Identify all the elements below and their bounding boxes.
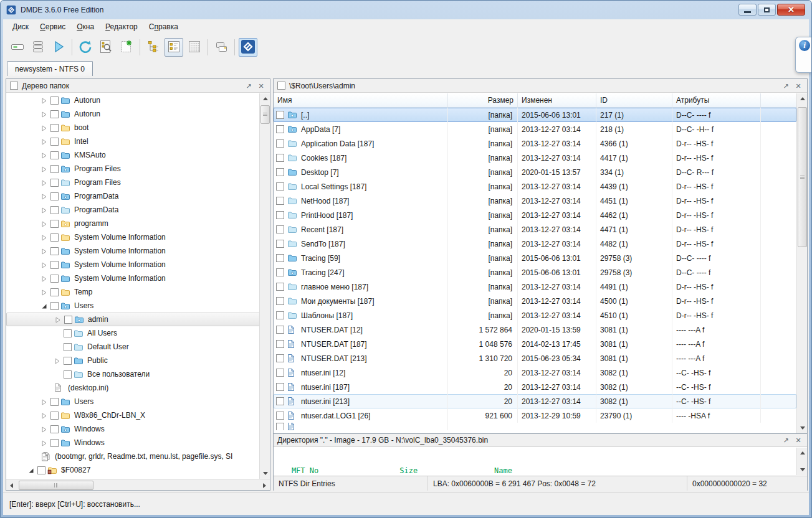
tree-item-checkbox[interactable]	[50, 97, 59, 105]
select-device-button[interactable]	[8, 38, 27, 57]
row-checkbox[interactable]	[276, 311, 284, 319]
tree-item-checkbox[interactable]	[50, 247, 59, 255]
scroll-down-button[interactable]	[797, 423, 808, 433]
row-checkbox[interactable]	[276, 326, 284, 334]
table-row[interactable]: [..][папка]2015-06-06 13:01217 (1)D--C- …	[274, 108, 796, 122]
table-row[interactable]: Local Settings [187][папка]2013-12-27 03…	[274, 179, 796, 194]
expand-icon[interactable]	[41, 275, 47, 281]
menu-окна[interactable]: Окна	[71, 21, 100, 33]
hex-panel-close-icon[interactable]: ✕	[793, 436, 803, 445]
file-list-view-button[interactable]	[165, 38, 183, 57]
close-button[interactable]: ✕	[777, 4, 805, 16]
file-panel-checkbox[interactable]	[277, 82, 285, 90]
expand-icon[interactable]	[41, 166, 47, 172]
expand-icon[interactable]	[41, 398, 47, 405]
table-row[interactable]: Desktop [7][папка]2020-01-15 13:57334 (1…	[274, 165, 796, 179]
table-row[interactable]: NetHood [187][папка]2013-12-27 03:144451…	[274, 194, 796, 208]
tree-item-checkbox[interactable]	[50, 179, 59, 187]
row-checkbox[interactable]	[276, 397, 284, 405]
row-checkbox[interactable]	[276, 154, 284, 162]
tree-item-checkbox[interactable]	[50, 165, 59, 173]
minimize-button[interactable]	[738, 4, 757, 16]
tree-item-intel[interactable]: Intel	[6, 134, 270, 148]
tree-vertical-scrollbar[interactable]	[259, 93, 270, 479]
expand-icon[interactable]	[41, 440, 47, 446]
table-row[interactable]: ntuser.ini [187]202013-12-27 03:143082 (…	[274, 380, 796, 394]
menu-редактор[interactable]: Редактор	[100, 21, 143, 33]
tree-item-autorun[interactable]: Autorun	[6, 93, 270, 107]
collapse-icon[interactable]	[41, 303, 47, 309]
tree-item-program-files[interactable]: Program Files	[6, 176, 270, 189]
tree-horizontal-scrollbar[interactable]	[6, 479, 270, 490]
scroll-thumb[interactable]	[19, 481, 93, 490]
table-row[interactable]: Cookies [187][папка]2013-12-27 03:144417…	[274, 151, 796, 165]
tree-item-checkbox[interactable]	[64, 370, 72, 379]
tree-item--desktop-ini-[interactable]: (desktop.ini)	[6, 381, 270, 395]
row-checkbox[interactable]	[276, 211, 284, 219]
tree-item-checkbox[interactable]	[50, 302, 59, 310]
tree-item-kmsauto[interactable]: KMSAuto	[6, 148, 270, 162]
expand-icon[interactable]	[41, 248, 47, 254]
tree-item-admin[interactable]: admin	[6, 313, 270, 326]
tree-item-checkbox[interactable]	[50, 439, 59, 447]
expand-icon[interactable]	[41, 220, 47, 227]
tree-item-programdata[interactable]: ProgramData	[6, 189, 270, 203]
column-name[interactable]: Имя	[274, 93, 448, 107]
row-checkbox[interactable]	[276, 354, 284, 362]
tree-item-default-user[interactable]: Default User	[6, 340, 270, 354]
tree-item-w8x86_chdr-lbn_x[interactable]: W8x86_ChDr-LBN_X	[6, 408, 270, 422]
expand-icon[interactable]	[41, 234, 47, 240]
menu-диск[interactable]: Диск	[7, 21, 34, 33]
tree-item-все-пользователи[interactable]: Все пользователи	[6, 367, 270, 381]
expand-icon[interactable]	[41, 179, 47, 186]
tree-item-checkbox[interactable]	[50, 124, 59, 132]
row-checkbox[interactable]	[276, 182, 284, 191]
tree-item-checkbox[interactable]	[50, 288, 59, 296]
row-checkbox[interactable]	[276, 111, 284, 119]
dmde-home-button[interactable]	[239, 38, 257, 57]
file-panel-close-icon[interactable]: ✕	[793, 82, 803, 90]
tree-item-windows[interactable]: Windows	[6, 422, 270, 436]
tree-item-checkbox[interactable]	[50, 425, 59, 433]
table-row[interactable]: ntuser.dat.LOG1 [26]921 6002013-12-29 10…	[274, 408, 796, 423]
table-row[interactable]: NTUSER.DAT [12]1 572 8642020-01-15 13:59…	[274, 323, 796, 337]
dir-entries-view[interactable]: MFT No Size Name LBA:6291467 ::40 лог.се…	[274, 448, 796, 475]
tree-panel-close-icon[interactable]: ✕	[256, 82, 266, 90]
tree-item-checkbox[interactable]	[64, 343, 72, 351]
new-scan-button[interactable]	[117, 38, 136, 57]
tree-item-system-volume-information[interactable]: System Volume Information	[6, 230, 270, 244]
folder-tree-view-button[interactable]	[144, 38, 163, 57]
expand-icon[interactable]	[41, 193, 47, 199]
expand-icon[interactable]	[41, 412, 47, 418]
info-flyout[interactable]: i	[795, 37, 811, 73]
expand-icon[interactable]	[41, 426, 47, 432]
tree-item-programdata[interactable]: ProgramData	[6, 203, 270, 217]
table-row[interactable]: ntuser.ini [12]202013-12-27 03:143082 (1…	[274, 365, 796, 380]
table-row[interactable]: Шаблоны [187][папка]2013-12-27 03:144510…	[274, 308, 796, 323]
scroll-up-button[interactable]	[797, 93, 808, 104]
column-id[interactable]: ID	[596, 93, 672, 107]
sector-view-button[interactable]	[185, 38, 204, 57]
tab-newsystem-ntfs0[interactable]: newsystem - NTFS 0	[7, 61, 93, 76]
tree-item-checkbox[interactable]	[50, 138, 59, 146]
tree-item-checkbox[interactable]	[64, 357, 72, 365]
row-checkbox[interactable]	[276, 139, 284, 148]
tree-item-checkbox[interactable]	[64, 329, 72, 337]
row-checkbox[interactable]	[276, 168, 284, 176]
scroll-thumb[interactable]	[798, 107, 807, 247]
tree-item-temp[interactable]: Temp	[6, 285, 270, 299]
row-checkbox[interactable]	[276, 423, 284, 430]
tree-item-programm[interactable]: programm	[6, 217, 270, 230]
tree-item-public[interactable]: Public	[6, 354, 270, 367]
tree-item-checkbox[interactable]	[50, 233, 59, 242]
maximize-button[interactable]	[758, 4, 776, 16]
tree-item-checkbox[interactable]	[50, 206, 59, 214]
expand-icon[interactable]	[41, 289, 47, 295]
table-row[interactable]: Tracing [247][папка]2015-06-06 13:012975…	[274, 265, 796, 280]
tree-item-checkbox[interactable]	[50, 261, 59, 269]
row-checkbox[interactable]	[276, 340, 284, 348]
tree-item--bootmgr-grldr-readme-txt-menu-lst-pagefile-sys-si[interactable]: (bootmgr, grldr, Readme.txt, menu.lst, p…	[6, 450, 270, 463]
menu-справка[interactable]: Справка	[143, 21, 184, 33]
expand-icon[interactable]	[41, 207, 47, 213]
scroll-down-button[interactable]	[797, 464, 808, 475]
